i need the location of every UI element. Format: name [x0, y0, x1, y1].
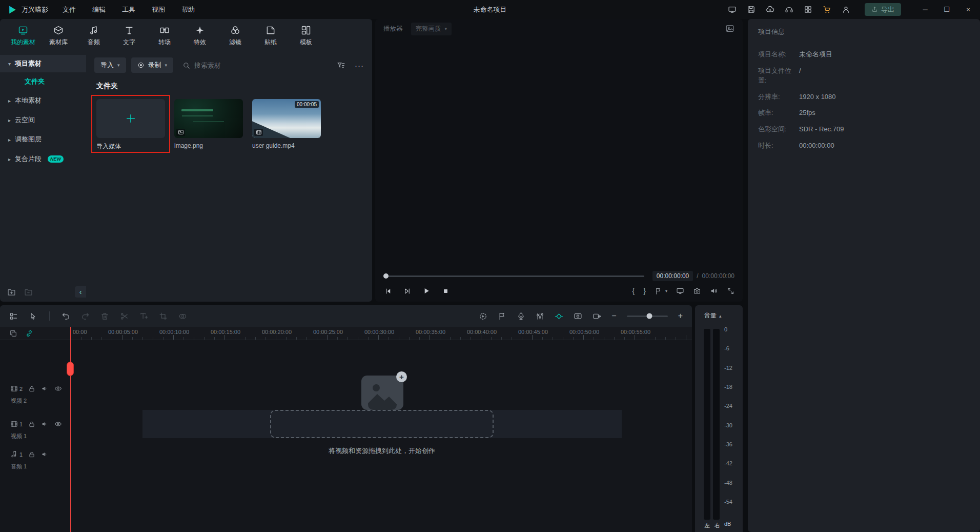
- play-icon[interactable]: [422, 287, 431, 295]
- folder-section-title: 文件夹: [96, 82, 364, 91]
- link-icon[interactable]: [25, 329, 33, 338]
- seek-handle[interactable]: [383, 273, 389, 279]
- tab-filters[interactable]: 滤镜: [220, 24, 250, 51]
- menu-tools[interactable]: 工具: [122, 5, 135, 14]
- color-match-icon[interactable]: [178, 312, 187, 321]
- voiceover-mic-icon[interactable]: [517, 312, 525, 321]
- import-media-tile[interactable]: 导入媒体: [96, 99, 165, 151]
- timeline-ruler[interactable]: 00:00 00:00:05:00 00:00:10:00 00:00:15:0…: [71, 327, 692, 340]
- stop-icon[interactable]: [442, 287, 450, 295]
- cart-icon[interactable]: [823, 5, 831, 14]
- mark-in-icon[interactable]: {: [632, 287, 635, 295]
- tab-templates[interactable]: 模板: [291, 24, 321, 51]
- marker-caret-icon[interactable]: ▾: [665, 289, 667, 293]
- tab-audio[interactable]: 音频: [79, 24, 109, 51]
- tab-text[interactable]: 文字: [114, 24, 144, 51]
- search-input[interactable]: [194, 62, 332, 69]
- playhead-line[interactable]: [70, 327, 71, 532]
- filter-icon[interactable]: [337, 61, 345, 70]
- delete-folder-icon[interactable]: [24, 288, 33, 297]
- lock-icon[interactable]: [28, 451, 35, 458]
- crop-icon[interactable]: [159, 312, 168, 321]
- mark-out-icon[interactable]: }: [643, 287, 646, 295]
- account-icon[interactable]: [842, 5, 850, 14]
- export-icon: [871, 6, 878, 13]
- menu-help[interactable]: 帮助: [181, 5, 195, 14]
- lock-icon[interactable]: [28, 421, 35, 428]
- zoom-out-icon[interactable]: −: [611, 312, 616, 320]
- keyframe-icon[interactable]: [555, 312, 563, 321]
- previous-frame-icon[interactable]: [384, 287, 392, 295]
- marker-flag-icon[interactable]: [498, 312, 506, 321]
- sidebar-item-adjustment-layer[interactable]: ▸ 调整图层: [0, 130, 86, 149]
- cloud-upload-icon[interactable]: [766, 5, 774, 14]
- volume-dropdown[interactable]: 音量 ▴: [695, 305, 743, 320]
- duplicate-icon[interactable]: [9, 329, 17, 338]
- minimize-button[interactable]: ─: [922, 6, 929, 13]
- tab-stickers[interactable]: 贴纸: [256, 24, 285, 51]
- mute-track-icon[interactable]: [41, 420, 49, 428]
- zoom-in-icon[interactable]: +: [678, 312, 683, 320]
- screen-record-icon[interactable]: [574, 312, 582, 321]
- split-scissors-icon[interactable]: [120, 312, 129, 321]
- sidebar-item-cloud[interactable]: ▸ 云空间: [0, 110, 86, 130]
- menu-edit[interactable]: 编辑: [92, 5, 106, 14]
- export-frame-icon[interactable]: [593, 312, 601, 321]
- visibility-icon[interactable]: [54, 420, 62, 428]
- more-options-icon[interactable]: ···: [355, 62, 364, 69]
- sidebar-item-folder[interactable]: 文件夹: [0, 72, 86, 91]
- next-frame-icon[interactable]: [403, 287, 411, 295]
- fullscreen-icon[interactable]: [727, 287, 734, 295]
- snapshot-icon[interactable]: [693, 287, 701, 295]
- preview-header: 播放器 完整画质 ▾: [375, 19, 743, 38]
- mute-track-icon[interactable]: [41, 450, 49, 458]
- import-button[interactable]: 导入 ▾: [94, 57, 126, 73]
- export-button[interactable]: 导出: [865, 3, 901, 16]
- save-icon[interactable]: [747, 5, 756, 14]
- media-item-video[interactable]: 00:00:05 user guide.mp4: [252, 99, 321, 151]
- render-preview-icon[interactable]: [479, 312, 487, 321]
- compare-view-icon[interactable]: [725, 24, 734, 33]
- timeline-tracks[interactable]: 2 视频 2 1 视频 1: [0, 340, 692, 531]
- lock-icon[interactable]: [28, 385, 35, 392]
- delete-icon[interactable]: [100, 312, 109, 321]
- player-label[interactable]: 播放器: [383, 25, 403, 33]
- dropzone-target[interactable]: [270, 410, 494, 438]
- zoom-slider-handle[interactable]: [647, 313, 652, 319]
- apps-grid-icon[interactable]: [804, 5, 812, 14]
- mute-track-icon[interactable]: [41, 385, 49, 392]
- sidebar-item-project-media[interactable]: ▾ 项目素材: [0, 55, 86, 72]
- support-headset-icon[interactable]: [785, 5, 793, 14]
- tab-transitions[interactable]: 转场: [150, 24, 179, 51]
- new-folder-icon[interactable]: [7, 288, 16, 297]
- menu-view[interactable]: 视图: [152, 5, 165, 14]
- timeline-zoom-slider[interactable]: [627, 316, 668, 317]
- playhead-handle[interactable]: [67, 362, 74, 376]
- marker-icon[interactable]: [655, 287, 662, 295]
- second-screen-icon[interactable]: [676, 287, 684, 295]
- tab-effects[interactable]: 特效: [185, 24, 215, 51]
- display-mode-icon[interactable]: [728, 5, 737, 14]
- quick-text-icon[interactable]: [139, 312, 148, 321]
- project-info-panel: 项目信息 项目名称: 未命名项目 项目文件位置: / 分辨率: 1920 x 1…: [748, 19, 980, 532]
- quality-dropdown[interactable]: 完整画质 ▾: [411, 23, 452, 35]
- undo-icon[interactable]: [62, 312, 70, 321]
- mute-preview-icon[interactable]: [710, 287, 718, 295]
- stock-library-icon: [53, 25, 64, 35]
- menu-file[interactable]: 文件: [63, 5, 76, 14]
- close-button[interactable]: ×: [965, 6, 972, 13]
- seek-track[interactable]: [384, 275, 644, 277]
- tab-stock-library[interactable]: 素材库: [44, 24, 73, 51]
- sidebar-item-compound-clip[interactable]: ▸ 复合片段 NEW: [0, 149, 86, 169]
- track-manager-icon[interactable]: [9, 312, 18, 321]
- redo-icon[interactable]: [81, 312, 90, 321]
- media-item-image[interactable]: image.png: [174, 99, 243, 151]
- maximize-button[interactable]: ☐: [943, 6, 950, 13]
- collapse-sidebar-button[interactable]: ‹: [75, 286, 86, 298]
- sidebar-item-local-media[interactable]: ▸ 本地素材: [0, 91, 86, 110]
- record-button[interactable]: 录制 ▾: [131, 57, 174, 73]
- audio-mixer-icon[interactable]: [536, 312, 544, 321]
- select-tool-icon[interactable]: [29, 312, 37, 321]
- visibility-icon[interactable]: [54, 385, 62, 392]
- tab-my-media[interactable]: 我的素材: [8, 24, 38, 51]
